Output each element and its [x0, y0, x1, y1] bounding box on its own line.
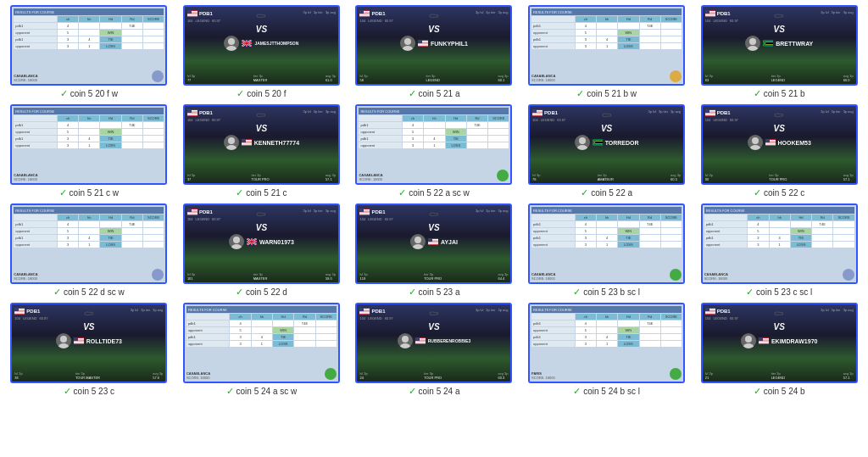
svg-rect-40 — [705, 10, 709, 14]
svg-rect-63 — [242, 144, 252, 145]
svg-rect-152 — [359, 308, 364, 311]
svg-rect-136 — [14, 308, 19, 311]
svg-rect-160 — [415, 343, 426, 343]
card-13[interactable]: RESULTS FOR COURSE chhhHdRdSCOREpdb14T4E… — [523, 203, 691, 298]
svg-point-121 — [415, 237, 421, 243]
check-icon: ✓ — [59, 187, 67, 198]
svg-rect-69 — [532, 114, 542, 114]
svg-rect-134 — [14, 312, 25, 313]
svg-rect-166 — [705, 312, 715, 313]
svg-rect-175 — [759, 342, 769, 343]
card-3[interactable]: RESULTS FOR COURSE chhhHdRdSCOREpdb14T4E… — [523, 5, 691, 99]
check-icon: ✓ — [746, 287, 754, 298]
card-5[interactable]: RESULTS FOR COURSE chhhHdRdSCOREpdb14T4E… — [5, 104, 173, 198]
svg-rect-31 — [418, 44, 428, 45]
svg-point-7 — [228, 38, 235, 45]
svg-point-170 — [743, 343, 754, 348]
scorecard-thumbnail: RESULTS FOR COURSE chhhHdRdSCOREpdb14T4E… — [528, 303, 685, 383]
svg-rect-86 — [705, 109, 709, 113]
vs-thumbnail: PDB1 3p lvl 3p tier 3p avg 104 LEGEND 60… — [528, 104, 685, 185]
svg-rect-5 — [187, 15, 198, 16]
svg-rect-102 — [187, 209, 192, 212]
card-2[interactable]: PDB1 3p lvl 3p tier 3p avg 104 LEGEND 60… — [350, 5, 518, 99]
svg-rect-93 — [765, 143, 776, 144]
card-16[interactable]: RESULTS FOR COURSE chhhHdRdSCOREpdb14T4E… — [178, 303, 346, 397]
scorecard-thumbnail: RESULTS FOR COURSE chhhHdRdSCOREpdb14T4E… — [10, 203, 167, 284]
svg-point-72 — [579, 137, 586, 144]
scorecard-thumbnail: RESULTS FOR COURSE chhhHdRdSCOREpdb14T4E… — [528, 5, 685, 86]
svg-point-103 — [233, 237, 240, 243]
card-4[interactable]: PDB1 3p lvl 3p tier 3p avg 104 LEGEND 60… — [695, 5, 863, 99]
caption-text: coin 5 20 f w — [70, 89, 118, 98]
check-icon: ✓ — [236, 187, 243, 198]
vs-thumbnail: PDB1 3p lvl 3p tier 3p avg 104 LEGEND 60… — [701, 104, 858, 185]
caption-text: coin 5 24 a — [419, 387, 460, 396]
svg-rect-161 — [415, 337, 420, 341]
card-caption: ✓coin 5 20 f w — [60, 88, 118, 99]
svg-rect-176 — [759, 343, 769, 343]
card-10[interactable]: RESULTS FOR COURSE chhhHdRdSCOREpdb14T4E… — [5, 203, 173, 298]
svg-rect-159 — [415, 342, 426, 343]
vs-thumbnail: PDB1 3p lvl 3p tier 3p avg 104 LEGEND 60… — [183, 203, 340, 284]
caption-text: coin 5 23 a — [419, 287, 460, 297]
card-7[interactable]: RESULTS FOR COURSE chhhHdRdSCOREpdb14T4E… — [350, 104, 518, 198]
vs-thumbnail: PDB1 3p lvl 3p tier 3p avg 104 LEGEND 60… — [355, 5, 512, 86]
vs-thumbnail: PDB1 3p lvl 3p tier 3p avg 104 LEGEND 60… — [355, 303, 512, 383]
card-12[interactable]: PDB1 3p lvl 3p tier 3p avg 104 LEGEND 60… — [350, 203, 518, 298]
svg-rect-119 — [359, 214, 370, 215]
check-icon: ✓ — [754, 386, 761, 397]
svg-rect-177 — [759, 337, 763, 341]
check-icon: ✓ — [53, 287, 61, 298]
svg-rect-95 — [765, 139, 770, 142]
card-caption: ✓coin 5 24 b — [754, 386, 805, 397]
check-icon: ✓ — [236, 88, 244, 99]
svg-point-87 — [752, 137, 759, 144]
card-11[interactable]: PDB1 3p lvl 3p tier 3p avg 104 LEGEND 60… — [178, 203, 346, 298]
card-15[interactable]: PDB1 3p lvl 3p tier 3p avg 104 LEGEND 60… — [5, 303, 173, 397]
check-icon: ✓ — [573, 287, 581, 298]
check-icon: ✓ — [576, 88, 584, 99]
card-19[interactable]: PDB1 3p lvl 3p tier 3p avg 104 LEGEND 60… — [695, 303, 863, 397]
svg-rect-167 — [705, 313, 715, 314]
svg-rect-100 — [187, 213, 198, 214]
check-icon: ✓ — [236, 287, 243, 298]
card-6[interactable]: PDB1 3p lvl 3p tier 3p avg 104 LEGEND 60… — [178, 104, 346, 198]
caption-text: coin 5 24 b sc l — [583, 387, 640, 396]
vs-thumbnail: PDB1 3p lvl 3p tier 3p avg 104 LEGEND 60… — [183, 5, 340, 86]
svg-rect-113 — [247, 241, 257, 242]
svg-point-169 — [745, 336, 752, 343]
card-0[interactable]: RESULTS FOR COURSE chhhHdRdSCOREpdb14T4E… — [5, 5, 173, 99]
svg-rect-71 — [532, 109, 537, 113]
svg-rect-64 — [242, 139, 246, 142]
caption-text: coin 5 21 a — [419, 89, 460, 98]
card-8[interactable]: PDB1 3p lvl 3p tier 3p avg 104 LEGEND 60… — [523, 104, 691, 198]
card-9[interactable]: PDB1 3p lvl 3p tier 3p avg 104 LEGEND 60… — [695, 104, 863, 198]
check-icon: ✓ — [754, 187, 761, 198]
svg-point-8 — [226, 46, 236, 51]
scorecard-thumbnail: RESULTS FOR COURSE chhhHdRdSCOREpdb14T4E… — [355, 104, 512, 185]
svg-point-57 — [226, 145, 236, 150]
card-1[interactable]: PDB1 3p lvl 3p tier 3p avg 104 LEGEND 60… — [178, 5, 346, 99]
svg-rect-6 — [187, 10, 192, 14]
caption-text: coin 5 22 a — [591, 188, 632, 198]
caption-text: coin 5 23 c — [74, 387, 114, 396]
svg-rect-17 — [242, 42, 252, 43]
svg-rect-85 — [705, 114, 715, 115]
svg-rect-24 — [359, 10, 364, 14]
card-caption: ✓coin 5 21 b w — [576, 88, 637, 99]
card-14[interactable]: RESULTS FOR COURSE chhhHdRdSCOREpdb14T4E… — [695, 203, 863, 298]
card-caption: ✓coin 5 23 a — [409, 287, 460, 298]
card-caption: ✓coin 5 24 a — [409, 386, 460, 397]
check-icon: ✓ — [409, 88, 416, 99]
caption-text: coin 5 21 c — [246, 188, 287, 198]
card-caption: ✓coin 5 20 f — [236, 88, 286, 99]
card-caption: ✓coin 5 22 a sc w — [398, 187, 470, 198]
caption-text: coin 5 20 f — [247, 89, 286, 98]
card-17[interactable]: PDB1 3p lvl 3p tier 3p avg 104 LEGEND 60… — [350, 303, 518, 397]
vs-thumbnail: PDB1 3p lvl 3p tier 3p avg 104 LEGEND 60… — [355, 203, 512, 284]
svg-rect-151 — [359, 313, 370, 314]
check-icon: ✓ — [754, 88, 761, 99]
svg-rect-120 — [359, 209, 364, 212]
card-18[interactable]: RESULTS FOR COURSE chhhHdRdSCOREpdb14T4E… — [523, 303, 691, 397]
check-icon: ✓ — [409, 287, 416, 298]
